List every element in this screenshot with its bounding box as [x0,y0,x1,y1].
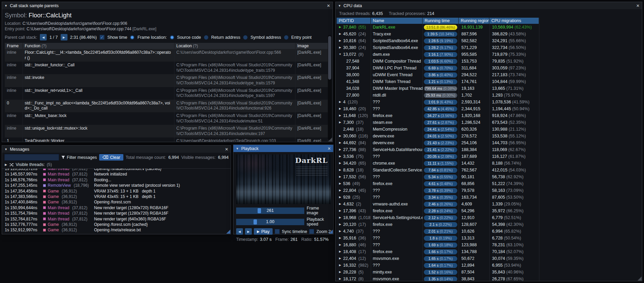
close-icon[interactable]: ✕ [225,147,228,152]
expand-row-icon[interactable]: ▶ [338,201,342,207]
resize-grip-icon[interactable] [638,277,642,281]
message-row[interactable]: 1s 120,335,272nsMain thread (37,812)Open… [2,169,231,171]
cpu-row[interactable]: ▶16,880 (46)???1.69 s (0.18%)123,98878,2… [337,242,642,248]
play-button[interactable]: ▶ Play [254,228,273,235]
column-header-frame[interactable]: Frame [5,43,22,49]
expand-row-icon[interactable]: ▶ [338,153,342,160]
callstack-row[interactable]: 0std::_Func_impl_no_alloc<<lambda_5bc224… [5,100,328,112]
expand-row-icon[interactable]: ▶ [338,139,342,146]
cpu-row[interactable]: 34,028DWM Master Input Thread799.64 ms (… [337,85,642,92]
callstack-row[interactable]: inlinestd::_Invoker_ret<void,1>::_CallC:… [5,87,328,100]
resize-grip-icon[interactable] [329,230,333,234]
expand-row-icon[interactable]: ▶ [338,221,342,228]
cpu-row[interactable]: ▶16,332 (982)???1.64 s (0.17%)12,8946,95… [337,262,642,269]
radio-return-address[interactable] [204,35,209,40]
column-header-function[interactable]: Function (?) [22,43,174,49]
expand-row-icon[interactable]: ▶ [338,146,342,153]
expand-row-icon[interactable]: ▶ [338,207,342,214]
frame-image-preview[interactable]: DarkRL [236,154,331,204]
expand-row-icon[interactable]: ▶ [338,160,342,167]
message-row[interactable]: 1s 152,912,997nsGame (36,912)Opening /me… [2,227,231,233]
cpu-row[interactable]: ▶17,396 (43)firefox.exe2.28 s (0.24%)54,… [337,207,642,214]
expand-row-icon[interactable]: ▶ [338,228,342,235]
expand-row-icon[interactable]: ▶ [338,173,342,180]
message-row[interactable]: 1s 147,400,846nsGame (36,912)Opening /fo… [2,199,231,205]
next-callstack-button[interactable]: ▶ [61,34,67,40]
expand-row-icon[interactable]: ▶ [338,31,342,37]
expand-row-icon[interactable]: ▶ [338,167,342,173]
cpu-row[interactable]: ▶22,804 (45)???3.78 s (0.39%)79,57858,16… [337,187,642,194]
radio-source-code[interactable] [170,35,174,40]
cpu-row[interactable]: ▶34,420 (65)chrome.exe11.11 s (1.15%)14,… [337,160,642,167]
cpu-row[interactable]: ▶8,628 (18)StandardCollector.Service.exe… [337,167,642,173]
cpu-row[interactable]: ▶4,740 (37)???2.01 s (0.21%)10,6266,994 … [337,228,642,235]
expand-row-icon[interactable]: ▶ [338,187,342,194]
next-frame-button[interactable]: ▶ [245,228,252,235]
column-header-location[interactable]: Location (?) [174,43,295,49]
cpu-row[interactable]: 27,548DWM Compositor Thread1:03.5 (6.60%… [337,58,642,65]
expand-row-icon[interactable]: ▶ [338,24,342,31]
resize-grip-icon[interactable] [328,137,332,142]
expand-row-icon[interactable]: ▶ [338,276,342,281]
cpu-row[interactable]: ▶18,172 (8)msvsmon.exe1.35 s (0.14%)38,8… [337,276,642,281]
messages-list-viewport[interactable]: 1s 120,335,272nsMain thread (37,812)Open… [2,169,231,234]
column-header-running-time[interactable]: Running time [423,18,458,24]
cpu-row[interactable]: ▶10,816 (64)ScriptedSandbox64.exe1:28.5 … [337,37,642,44]
cpu-row[interactable]: ▶18,460 (20)???42.85 s (4.45%)2,344,9151… [337,105,642,112]
close-icon[interactable]: ✕ [327,3,330,8]
zoom-checkbox[interactable] [309,229,314,234]
expand-row-icon[interactable]: ▶ [338,119,342,126]
scrollbar-thumb[interactable] [328,36,331,80]
close-icon[interactable]: ✕ [636,3,640,8]
expand-row-icon[interactable]: ▶ [338,133,342,139]
cpu-row[interactable]: ▶20,120 (17)firefox.exe2.1 s (0.22%)128,… [337,221,642,228]
collapse-row-icon[interactable]: ▼ [338,51,342,58]
sync-timeline-checkbox[interactable] [275,229,280,234]
message-row[interactable]: 1s 147,354,456nsGame (36,912)VRAM 37x45:… [2,188,231,194]
cpu-row[interactable]: ▶22,404 (12)msvsmon.exe1.65 s (0.17%)50,… [337,255,642,262]
playback-speed-slider[interactable]: 1.00 [236,219,304,225]
column-header-running-regions[interactable]: Running regions [459,18,489,24]
vertical-scrollbar[interactable] [328,35,332,140]
prev-callstack-button[interactable]: ◀ [40,34,47,40]
expand-row-icon[interactable]: ▶ [338,262,342,269]
column-header-image[interactable]: Image [295,43,328,49]
expand-row-icon[interactable]: ▶ [338,105,342,112]
message-row[interactable]: 1s 146,576,766nsMain thread (37,812)Boot… [2,177,231,183]
message-filter-input[interactable] [4,154,59,161]
radio-symbol-address[interactable] [243,35,248,40]
cpu-row[interactable]: ▼13,072 (8)dwm.exe1:16.1 (7.90%)955,5857… [337,51,642,58]
message-row[interactable]: 1s 153,116,342nsGame (36,912)Intro menu … [2,233,231,234]
callstack-row[interactable]: inlineFloor::CalcLight::__l4::<lambda_5b… [5,49,328,62]
expand-row-icon[interactable]: ▶ [338,44,342,51]
prev-frame-button[interactable]: ◀ [236,228,243,235]
message-row[interactable]: 1s 147,383,566nsGame (36,912)VRAM 43x45:… [2,194,231,199]
expand-row-icon[interactable]: ▶ [338,248,342,255]
expand-row-icon[interactable]: ▶ [338,180,342,187]
expand-row-icon[interactable]: ▶ [338,112,342,119]
message-row[interactable]: 1s 151,754,784nsMain thread (37,812)New … [2,211,231,216]
cpu-row[interactable]: 41,348DWM Token Thread1.21 s (0.13%)174,… [337,78,642,85]
callstack-row[interactable]: inlinestd::_Mutex_base::lockC:\Program F… [5,112,328,125]
expand-row-icon[interactable]: ▶ [338,269,342,276]
cpu-row[interactable]: 27,800ntdll.dll25.93 ms (0.00%)1,7021,29… [337,92,642,99]
cpu-row[interactable]: ▶17,532 (56)???5.34 s (0.55%)90,18156,73… [337,173,642,180]
callstack-row[interactable]: inlinestd::invokeC:\Program Files (x86)\… [5,74,328,87]
cpu-row[interactable]: ▶30,060 (116)devenv.exe24.01 s (2.50%)27… [337,133,642,139]
expand-row-icon[interactable]: ▶ [338,214,342,221]
resize-grip-icon[interactable] [226,230,230,234]
expand-row-icon[interactable]: ▶ [338,37,342,44]
frame-image-slider[interactable]: 261 [236,207,304,214]
callstack-titlebar[interactable]: ▼ Call stack sample parents ✕ [2,2,333,9]
expand-row-icon[interactable]: ▶ [338,242,342,248]
cpu-row[interactable]: ▶4,632 (2)vmware-authd.exe2.46 s (0.26%)… [337,201,642,207]
cpu-row[interactable]: ▶11,648 (120)firefox.exe34.27 s (3.56%)1… [337,112,642,119]
message-row[interactable]: 1s 145,557,997nsMain thread (37,812)Netw… [2,171,231,177]
cpu-row[interactable]: ▶18,968 (1,018)ServiceHub.SettingsHost.e… [337,214,642,221]
visible-threads-row[interactable]: ▶ Visible threads: (5) [2,162,231,169]
messages-titlebar[interactable]: ▼ Messages ✕ [2,146,231,153]
message-row[interactable]: 1s 152,776,777nsGame (36,912)Opening /fo… [2,222,231,227]
cpu-row[interactable]: ▶28,228 (5)mintty.exe1.52 s (0.16%)87,50… [337,269,642,276]
cpu-row[interactable]: ▶3,536 (75)???20.05 s (2.08%)187,689116,… [337,153,642,160]
cpu-row[interactable]: ▶928 (25)???3.34 s (0.35%)163,73487,605 … [337,194,642,201]
